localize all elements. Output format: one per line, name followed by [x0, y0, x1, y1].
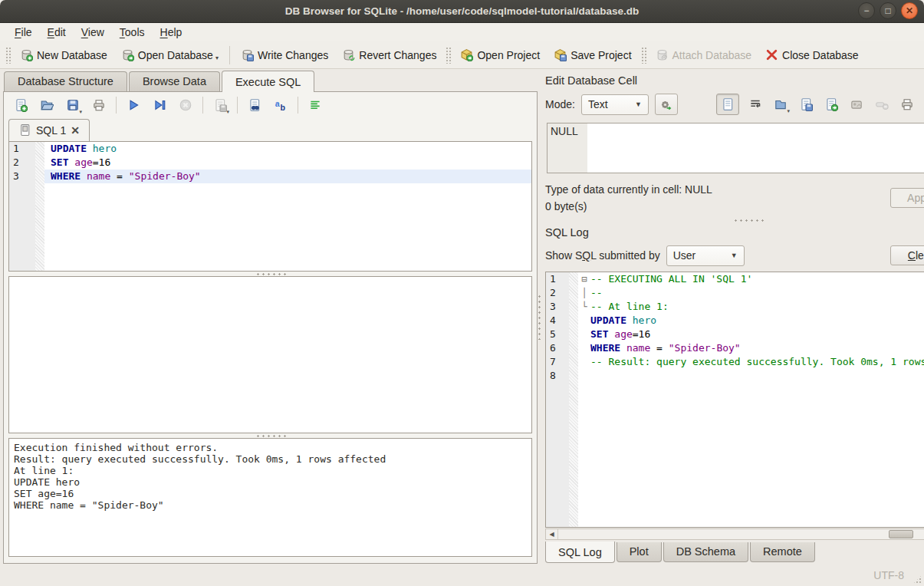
cell-info-area: Type of data currently in cell: NULL 0 b…: [545, 181, 924, 215]
mode-select[interactable]: Text ▼: [581, 94, 649, 115]
save-as-button[interactable]: [797, 95, 815, 114]
tab-execute-sql[interactable]: Execute SQL: [222, 71, 314, 92]
editor-line[interactable]: 2SET age=16: [9, 156, 531, 170]
text-view-button[interactable]: [716, 94, 739, 115]
export-file-button[interactable]: [822, 95, 840, 114]
execute-all-button[interactable]: [124, 96, 143, 114]
export-results-button: ▾: [211, 96, 229, 114]
apply-settings-button[interactable]: [655, 94, 678, 115]
main-tab-bar: Database StructureBrowse DataExecute SQL: [3, 69, 538, 91]
open-sql-file-icon: [40, 98, 54, 112]
chevron-down-icon: ▾: [787, 108, 790, 114]
set-null-button: [873, 95, 891, 114]
open-external-icon: [850, 97, 863, 111]
editor-line[interactable]: 3WHERE name = "Spider-Boy": [9, 170, 531, 183]
svg-text:b: b: [280, 103, 285, 112]
find-replace-button[interactable]: [245, 96, 264, 114]
fold-marker-icon[interactable]: ⊟: [578, 272, 590, 286]
open-sql-file-button[interactable]: [38, 96, 56, 114]
submitter-select[interactable]: User ▼: [666, 245, 745, 266]
toolbar-button-label: Revert Changes: [359, 49, 436, 61]
dock-tab-plot[interactable]: Plot: [617, 542, 662, 562]
save-sql-file-icon: [66, 98, 80, 112]
fold-marker-icon: │: [578, 286, 590, 300]
scroll-left-icon[interactable]: ◀: [546, 529, 558, 539]
toolbar-handle[interactable]: [446, 47, 451, 64]
close-button[interactable]: ✕: [901, 2, 918, 19]
menu-file[interactable]: File: [8, 25, 39, 40]
menu-view[interactable]: View: [74, 25, 111, 40]
line-number: 3: [546, 300, 569, 314]
save-project-button[interactable]: Save Project: [547, 45, 638, 64]
word-wrap-button[interactable]: [746, 95, 765, 114]
line-number: 1: [9, 142, 35, 156]
line-number: 4: [546, 314, 569, 328]
log-message-line: WHERE name = "Spider-Boy": [14, 499, 527, 511]
main-area: Database StructureBrowse DataExecute SQL…: [0, 69, 924, 564]
write-changes-icon: [241, 48, 254, 61]
right-dock: Edit Database Cell Mode: Text ▼ ▾ NULL T…: [541, 69, 924, 564]
open-project-button[interactable]: Open Project: [453, 45, 547, 64]
tab-database-structure[interactable]: Database Structure: [4, 71, 127, 91]
sql-log-line: 6WHERE name = "Spider-Boy": [546, 341, 924, 355]
dock-tab-db-schema[interactable]: DB Schema: [663, 542, 748, 562]
sql-doc-tab-label: SQL 1: [36, 124, 66, 137]
sql-log-line: 4UPDATE hero: [546, 314, 924, 328]
minimize-button[interactable]: −: [858, 2, 875, 19]
close-database-button[interactable]: Close Database: [758, 45, 866, 64]
autocomplete-button[interactable]: ab: [271, 96, 290, 114]
print-icon: [92, 98, 106, 112]
print-button[interactable]: [90, 96, 108, 114]
sql-log-view[interactable]: 1⊟-- EXECUTING ALL IN 'SQL 1'2│--3└-- At…: [545, 272, 924, 528]
dock-splitter[interactable]: [545, 218, 924, 222]
new-database-button[interactable]: New Database: [13, 45, 114, 64]
save-sql-file-button[interactable]: ▾: [64, 96, 82, 114]
resize-grip[interactable]: [912, 574, 922, 584]
toolbar-handle[interactable]: [641, 47, 646, 64]
set-null-icon: [875, 97, 889, 111]
execute-current-line-button[interactable]: [150, 96, 169, 114]
fold-marker-icon: [578, 341, 590, 355]
cell-value-editor[interactable]: NULL: [547, 123, 924, 173]
code-text: --: [590, 286, 924, 300]
toolbar-button-label: Open Project: [477, 49, 540, 61]
new-tab-button[interactable]: [12, 96, 30, 114]
sql-log-hscrollbar[interactable]: ◀ ▶: [545, 528, 924, 540]
apply-button: Apply: [890, 188, 924, 208]
open-database-button[interactable]: Open Database▾: [114, 45, 225, 64]
dock-tab-sql-log[interactable]: SQL Log: [545, 542, 615, 563]
sql-log-title: SQL Log: [545, 226, 924, 239]
clear-log-button[interactable]: Clear: [890, 245, 924, 265]
results-grid[interactable]: [8, 276, 532, 433]
format-sql-button[interactable]: [306, 96, 324, 114]
code-text: [590, 369, 924, 383]
sql-log-header: SQL Log: [545, 224, 924, 241]
menu-help[interactable]: Help: [153, 25, 189, 40]
print-button[interactable]: [898, 95, 916, 114]
open-external-button[interactable]: [847, 95, 866, 114]
write-changes-button[interactable]: Write Changes: [234, 45, 335, 64]
text-view-icon: [721, 97, 735, 111]
code-text: -- Result: query executed successfully. …: [590, 355, 924, 369]
attach-database-button: Attach Database: [649, 45, 759, 64]
menu-tools[interactable]: Tools: [113, 25, 152, 40]
scrollbar-thumb[interactable]: [889, 530, 913, 538]
scrollbar-track[interactable]: [558, 529, 924, 539]
sql-editor[interactable]: 1UPDATE hero2SET age=163WHERE name = "Sp…: [8, 141, 532, 272]
import-file-button[interactable]: ▾: [771, 95, 790, 114]
stop-button: [176, 96, 195, 114]
fold-marker-icon: [578, 328, 590, 341]
tab-browse-data[interactable]: Browse Data: [129, 71, 220, 91]
menu-edit[interactable]: Edit: [41, 25, 73, 40]
maximize-button[interactable]: □: [880, 2, 896, 19]
editor-line[interactable]: 1UPDATE hero: [9, 142, 531, 156]
close-tab-icon[interactable]: ✕: [71, 125, 80, 136]
sql-doc-tab[interactable]: SQL 1 ✕: [8, 119, 90, 141]
mode-select-value: Text: [588, 98, 629, 110]
toolbar-handle[interactable]: [5, 47, 11, 64]
dock-tab-remote[interactable]: Remote: [750, 542, 815, 562]
edit-cell-icon-row: ▾: [716, 94, 916, 115]
export-results-icon: [213, 98, 227, 112]
revert-changes-button[interactable]: Revert Changes: [335, 45, 443, 64]
execution-message-log[interactable]: Execution finished without errors.Result…: [8, 438, 532, 557]
